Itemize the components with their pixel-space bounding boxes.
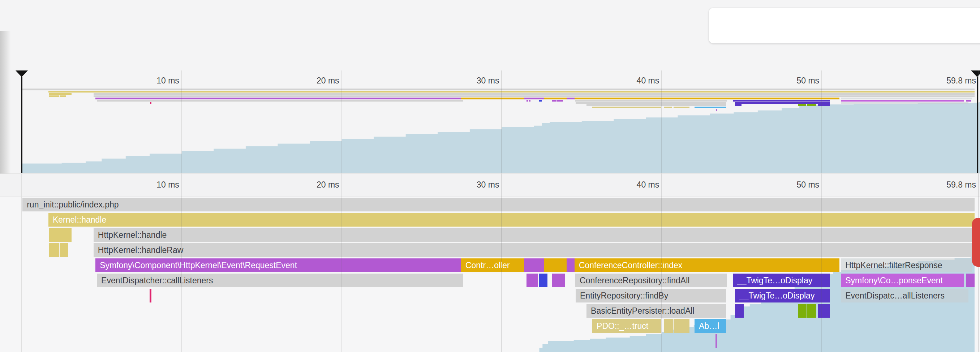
flame-bar[interactable]: [49, 243, 59, 257]
flame-bar[interactable]: [966, 274, 975, 287]
flame-bar[interactable]: [557, 274, 565, 287]
flame-bar[interactable]: Contr…oller: [461, 258, 524, 272]
profiler-timeline-page: run_init::public/index.phpKernel::handle…: [0, 0, 980, 352]
gridline-detail: [661, 174, 662, 352]
flame-bar[interactable]: PDO::_…truct: [592, 319, 661, 333]
overview-ruler-label: 59.8 ms: [947, 76, 976, 85]
gridline-overview: [342, 70, 342, 173]
overview-ruler-label: 30 ms: [477, 76, 500, 85]
flame-bar[interactable]: [60, 243, 68, 257]
overview-ruler-label: 10 ms: [156, 76, 179, 85]
scroll-indicator-pill[interactable]: [972, 218, 980, 267]
flame-bar[interactable]: [544, 258, 566, 272]
gridline-detail: [501, 174, 502, 352]
flame-bar[interactable]: Ab…l: [695, 319, 726, 333]
flame-bar[interactable]: __TwigTe…oDisplay: [733, 274, 830, 287]
flame-bar[interactable]: ConferenceController::index: [574, 258, 840, 272]
flame-bar[interactable]: EventDispatc…allListeners: [841, 289, 968, 303]
detail-ruler-label: 10 ms: [156, 181, 179, 189]
flame-bar[interactable]: Symfony\Co…ponseEvent: [841, 274, 964, 287]
flame-bar[interactable]: [49, 228, 72, 242]
flame-bar[interactable]: Kernel::handle: [48, 213, 975, 226]
purple-event-marker[interactable]: [716, 334, 717, 348]
detail-ruler-label: 20 ms: [317, 181, 339, 189]
gridline-overview: [661, 70, 662, 173]
detail-ruler-label: 50 ms: [796, 181, 819, 189]
detail-ruler-label: 59.8 ms: [947, 181, 976, 189]
flame-bar[interactable]: [807, 304, 816, 318]
flame-bar[interactable]: [735, 304, 744, 318]
flame-bar[interactable]: BasicEntityPersister::loadAll: [587, 304, 726, 318]
flame-bar[interactable]: EventDispatcher::callListeners: [97, 274, 463, 287]
overview-ruler-label: 50 ms: [796, 76, 819, 85]
flame-bar[interactable]: [524, 258, 544, 272]
flame-bar[interactable]: run_init::public/index.php: [22, 198, 975, 212]
flame-bar[interactable]: Symfony\Component\HttpKernel\Event\Reque…: [95, 258, 461, 272]
pink-event-marker[interactable]: [150, 289, 151, 303]
overview-ruler-label: 40 ms: [637, 76, 659, 85]
flame-bar[interactable]: EntityRepository::findBy: [576, 289, 726, 303]
gridline-overview: [978, 70, 979, 173]
detail-ruler-label: 40 ms: [637, 181, 659, 189]
memory-area: [0, 0, 980, 352]
flame-bar[interactable]: [566, 258, 575, 272]
flame-bar[interactable]: HttpKernel::handleRaw: [94, 243, 975, 257]
flame-bar[interactable]: [529, 274, 538, 287]
gridline-detail: [181, 174, 182, 352]
gridline-detail: [821, 174, 822, 352]
flame-bar[interactable]: [664, 319, 673, 333]
gridline-overview: [821, 70, 822, 173]
flame-bar[interactable]: HttpKernel::filterResponse: [841, 258, 972, 272]
flame-bar[interactable]: HttpKernel::handle: [94, 228, 975, 242]
detail-ruler-label: 30 ms: [477, 181, 500, 189]
purple-event-marker-overview: [716, 109, 717, 111]
flame-bar[interactable]: [674, 319, 689, 333]
flame-bar[interactable]: [539, 274, 547, 287]
overview-ruler-label: 20 ms: [317, 76, 339, 85]
gridline-overview: [501, 70, 502, 173]
flame-bar[interactable]: __TwigTe…oDisplay: [735, 289, 830, 303]
gridline-detail: [342, 174, 342, 352]
flame-bar[interactable]: [798, 304, 807, 318]
toolbar: Filter events Display markers Feedback: [709, 8, 980, 43]
flame-bar[interactable]: ConferenceRepository::findAll: [575, 274, 727, 287]
gridline-overview: [181, 70, 182, 173]
pink-event-marker-overview: [150, 102, 151, 104]
flame-bar[interactable]: [818, 304, 830, 318]
